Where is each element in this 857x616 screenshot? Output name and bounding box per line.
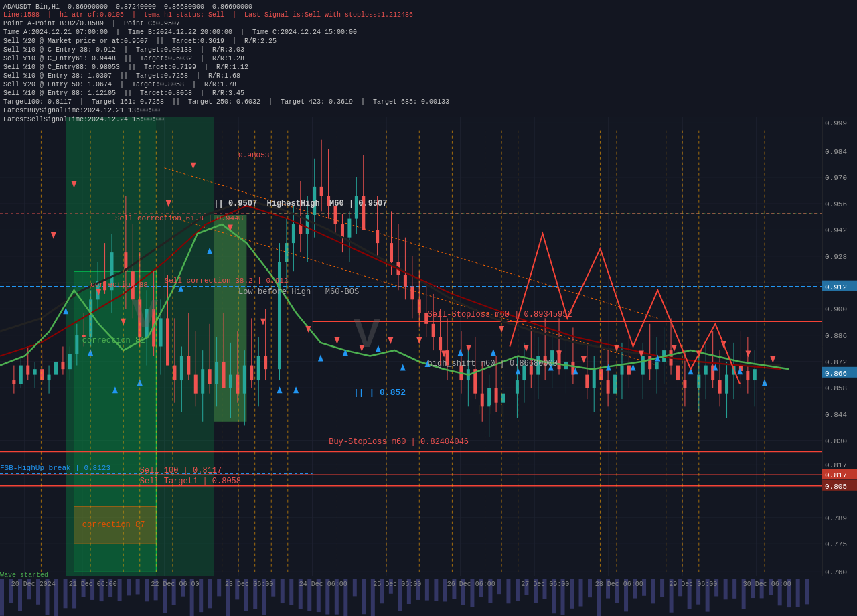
time-axis xyxy=(0,591,822,603)
main-chart-canvas xyxy=(0,0,857,616)
chart-container xyxy=(0,0,857,616)
